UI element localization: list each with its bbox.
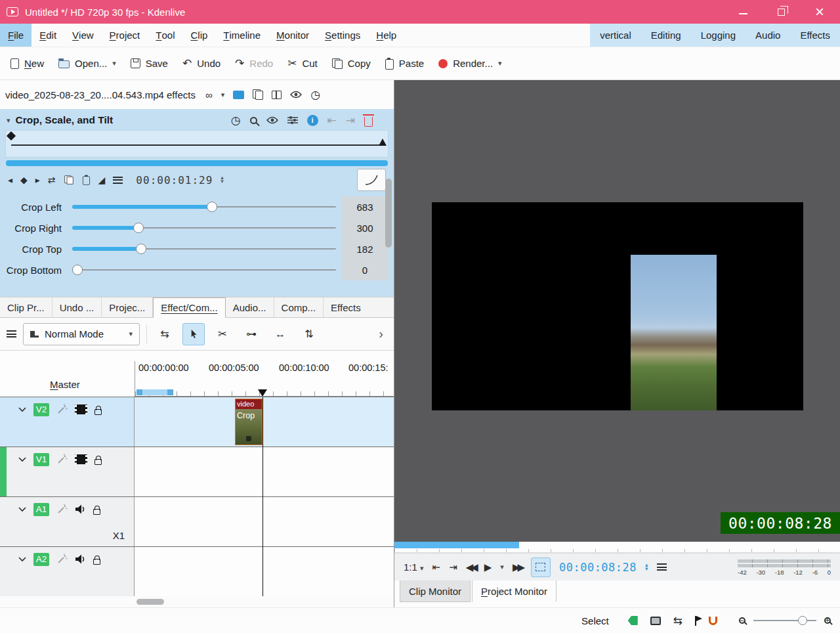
rewind-icon[interactable]: ◀◀ — [466, 562, 476, 572]
tab-project-monitor[interactable]: Project Monitor — [472, 580, 556, 602]
forward-icon[interactable]: ▶▶ — [513, 562, 522, 572]
new-button[interactable]: New — [10, 58, 44, 69]
track-badge[interactable]: A2 — [33, 553, 49, 566]
track-lane-a2[interactable] — [135, 547, 394, 596]
slider-knob[interactable] — [136, 244, 146, 254]
save-button[interactable]: Save — [131, 58, 168, 69]
lock-icon[interactable] — [94, 409, 102, 415]
track-header-v1[interactable]: V1 — [0, 447, 135, 496]
audio-track-icon[interactable] — [75, 504, 86, 514]
playhead-marker[interactable] — [258, 389, 267, 397]
fit-zoom-button[interactable]: ↔ — [269, 323, 291, 345]
info-icon[interactable] — [307, 115, 318, 126]
track-badge[interactable]: A1 — [33, 503, 49, 516]
play-icon[interactable]: ▶ — [484, 562, 492, 572]
effects-wand-icon[interactable] — [56, 554, 68, 565]
timecode-spinner[interactable]: ▴▾ — [220, 176, 224, 183]
monitor-zone-bar[interactable] — [394, 542, 840, 553]
monitor-menu-icon[interactable] — [657, 563, 667, 571]
move-effect-up-icon[interactable]: ⇤ — [327, 115, 337, 126]
tab-undo-history[interactable]: Undo ... — [52, 297, 102, 317]
workspace-audio[interactable]: Audio — [746, 24, 790, 47]
effects-wand-icon[interactable] — [56, 454, 68, 465]
menu-monitor[interactable]: Monitor — [268, 24, 317, 47]
timecode-spinner[interactable]: ▴▾ — [645, 563, 648, 571]
tab-clip-monitor[interactable]: Clip Monitor — [400, 580, 471, 602]
monitor-zone-fill[interactable] — [394, 542, 519, 548]
chevron-down-icon[interactable] — [18, 557, 26, 562]
keyframe-ramp-icon[interactable]: ◢ — [98, 175, 106, 185]
expand-arrows-icon[interactable]: ⇆ — [673, 615, 682, 626]
menu-view[interactable]: View — [64, 24, 102, 47]
crop-top-slider[interactable] — [72, 242, 336, 255]
split-compare-icon[interactable] — [272, 91, 282, 99]
zoom-out-icon[interactable]: − — [739, 617, 746, 624]
crop-left-slider[interactable] — [72, 200, 336, 213]
lock-icon[interactable] — [94, 459, 102, 465]
cut-button[interactable]: ✂ Cut — [287, 58, 318, 69]
zoom-slider-knob[interactable] — [798, 616, 807, 625]
effects-wand-icon[interactable] — [56, 404, 68, 415]
menu-tool[interactable]: Tool — [148, 24, 182, 47]
workspace-editing[interactable]: Editing — [641, 24, 691, 47]
copy-button[interactable]: Copy — [332, 58, 371, 69]
crop-bottom-slider[interactable] — [72, 263, 336, 276]
keyframes-stopwatch-icon[interactable]: ◷ — [231, 115, 241, 126]
lock-icon[interactable] — [93, 559, 100, 565]
next-keyframe-icon[interactable]: ▸ — [35, 175, 40, 185]
playhead-line[interactable] — [262, 397, 263, 596]
keyframe-options-icon[interactable] — [113, 177, 123, 184]
keyframe-ruler[interactable] — [5, 130, 388, 158]
track-lane-v1[interactable] — [135, 447, 394, 496]
track-badge[interactable]: V2 — [33, 403, 49, 416]
timeline-scrollbar[interactable] — [0, 596, 394, 607]
paste-keyframes-icon[interactable] — [83, 176, 90, 185]
chevron-down-icon[interactable] — [18, 507, 26, 512]
menu-project[interactable]: Project — [102, 24, 148, 47]
track-lane-a1[interactable] — [135, 497, 394, 546]
eye-icon[interactable] — [290, 91, 302, 98]
tab-audio-mixer[interactable]: Audio... — [226, 297, 274, 317]
audio-track-icon[interactable] — [75, 554, 86, 564]
tab-project-bin[interactable]: Projec... — [102, 297, 153, 317]
workspace-effects[interactable]: Effects — [790, 24, 840, 47]
edit-mode-select[interactable]: Normal Mode ▾ — [23, 323, 140, 345]
video-track-icon[interactable] — [75, 454, 87, 464]
lock-icon[interactable] — [93, 509, 100, 515]
track-header-a2[interactable]: A2 — [0, 547, 135, 596]
monitor-effects-icon[interactable] — [233, 91, 244, 99]
slider-knob[interactable] — [72, 265, 83, 275]
tab-effect-compositions[interactable]: Effect/Com... — [153, 297, 225, 318]
zoom-in-icon[interactable]: + — [824, 617, 831, 624]
toolbar-overflow-icon[interactable]: › — [379, 326, 387, 341]
paste-button[interactable]: Paste — [385, 58, 424, 70]
copy-keyframes-icon[interactable] — [64, 175, 74, 185]
restore-icon[interactable] — [778, 9, 785, 16]
zone-out-icon[interactable]: ⇥ — [449, 562, 457, 572]
tag-icon[interactable] — [628, 616, 638, 625]
eye-icon[interactable] — [266, 116, 278, 124]
play-options-icon[interactable]: ▾ — [500, 563, 504, 571]
zone-in-icon[interactable]: ⇤ — [432, 562, 441, 572]
slider-knob[interactable] — [207, 202, 217, 212]
track-header-v2[interactable]: V2 — [0, 397, 135, 447]
video-track-icon[interactable] — [75, 404, 87, 414]
crop-right-value[interactable]: 300 — [341, 217, 388, 238]
track-lane-v2[interactable] — [135, 397, 394, 447]
presets-sliders-icon[interactable] — [287, 116, 298, 125]
minimize-icon[interactable] — [739, 9, 747, 14]
move-effect-down-icon[interactable]: ⇥ — [346, 115, 355, 126]
slider-knob[interactable] — [133, 223, 144, 233]
crop-left-value[interactable]: 683 — [341, 196, 388, 217]
spacer-tool-button[interactable]: ⇆ — [154, 323, 176, 345]
track-badge[interactable]: V1 — [33, 453, 49, 466]
close-icon[interactable]: × — [815, 4, 824, 20]
mixer-tool-button[interactable]: ⇅ — [298, 323, 320, 345]
menu-edit[interactable]: Edit — [32, 24, 64, 47]
keyframe-curve-button[interactable] — [357, 169, 386, 191]
track-header-a1[interactable]: A1 X1 — [0, 497, 135, 546]
crop-bottom-value[interactable]: 0 — [341, 259, 388, 280]
zoom-effect-icon[interactable] — [250, 117, 257, 124]
monitor-timecode[interactable]: 00:00:08:28 — [559, 561, 637, 574]
join-clips-button[interactable]: ⊶ — [240, 323, 262, 345]
